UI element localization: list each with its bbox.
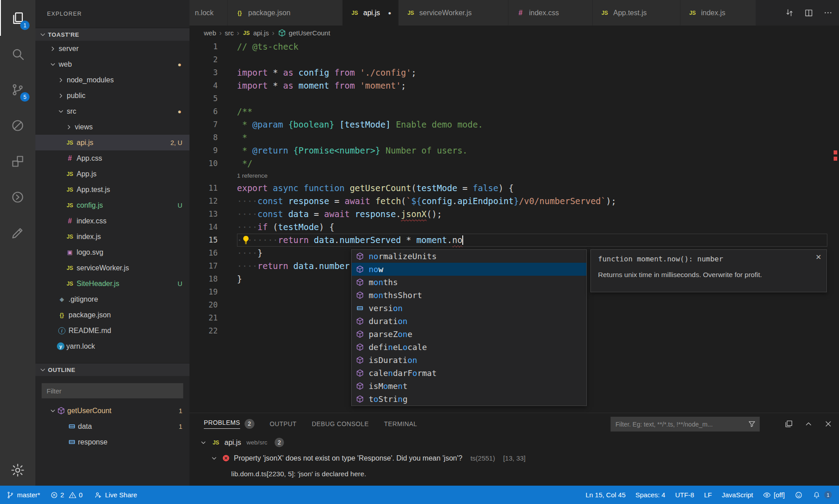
- open-in-editor-icon[interactable]: [784, 419, 793, 428]
- status-live-share[interactable]: Live Share: [94, 491, 137, 499]
- problem-related-info[interactable]: lib.dom.d.ts[2230, 5]: 'json' is declare…: [189, 466, 839, 482]
- problem-row[interactable]: Property 'jsonX' does not exist on type …: [189, 450, 839, 466]
- activity-live-share-button[interactable]: [0, 179, 35, 215]
- suggestion-now[interactable]: now: [352, 263, 586, 276]
- panel-tab-output[interactable]: OUTPUT: [270, 420, 297, 427]
- breadcrumb-item-src[interactable]: src: [225, 29, 234, 37]
- tree-file-logo-svg[interactable]: ▣logo.svg: [35, 244, 189, 260]
- activity-search-button[interactable]: [0, 36, 35, 72]
- tab-index-js[interactable]: JSindex.js: [680, 0, 756, 26]
- code-line[interactable]: 4import * as moment from 'moment';: [189, 79, 839, 92]
- suggestion-normalizeunits[interactable]: normalizeUnits: [352, 250, 586, 263]
- outline-filter-input[interactable]: [42, 383, 183, 398]
- suggestion-tostring[interactable]: toString: [352, 393, 586, 406]
- suggestion-version[interactable]: version: [352, 302, 586, 315]
- open-changes-icon[interactable]: [785, 8, 794, 17]
- suggestion-ismoment[interactable]: isMoment: [352, 380, 586, 393]
- tree-folder-views[interactable]: views: [35, 119, 189, 135]
- tree-file-config-js[interactable]: JSconfig.jsU: [35, 197, 189, 213]
- code-line[interactable]: 8 *: [189, 131, 839, 144]
- status-problems[interactable]: 20: [50, 491, 85, 499]
- outline-item-data[interactable]: data1: [35, 419, 189, 434]
- tree-folder-public[interactable]: public: [35, 88, 189, 103]
- suggestion-months[interactable]: months: [352, 276, 586, 289]
- tree-folder-server[interactable]: server: [35, 41, 189, 56]
- suggestion-calendarformat[interactable]: calendarFormat: [352, 367, 586, 380]
- tree-file-yarn-lock[interactable]: yyarn.lock: [35, 338, 189, 354]
- tree-file-readme-md[interactable]: iREADME.md: [35, 323, 189, 338]
- activity-disabled-extensions-button[interactable]: [0, 107, 35, 143]
- code-line[interactable]: 6/**: [189, 105, 839, 118]
- panel-tab-debug-console[interactable]: DEBUG CONSOLE: [312, 420, 369, 427]
- activity-extensions-button[interactable]: [0, 143, 35, 179]
- suggestion-definelocale[interactable]: defineLocale: [352, 341, 586, 354]
- close-icon[interactable]: ✕: [816, 253, 822, 261]
- tree-file-siteheader-js[interactable]: JSSiteHeader.jsU: [35, 276, 189, 291]
- suggestion-duration[interactable]: duration: [352, 315, 586, 328]
- tree-file-gitignore[interactable]: ◆.gitignore: [35, 291, 189, 307]
- tree-folder-node-modules[interactable]: node_modules: [35, 72, 189, 88]
- lightbulb-icon[interactable]: [241, 235, 251, 245]
- section-header-root[interactable]: TOAST'RE: [35, 28, 189, 41]
- outline-item-response[interactable]: response: [35, 434, 189, 450]
- tree-file-index-js[interactable]: JSindex.js: [35, 229, 189, 244]
- status-feedback[interactable]: [795, 491, 803, 499]
- tree-folder-web[interactable]: web●: [35, 56, 189, 72]
- code-line[interactable]: 3import * as config from './config';: [189, 66, 839, 79]
- tab-index-css[interactable]: #index.css: [508, 0, 593, 26]
- maximize-panel-icon[interactable]: [804, 419, 813, 428]
- breadcrumb-item-web[interactable]: web: [204, 29, 216, 37]
- tree-file-app-js[interactable]: JSApp.js: [35, 166, 189, 182]
- tree-file-package-json[interactable]: {}package.json: [35, 307, 189, 323]
- panel-tab-problems[interactable]: PROBLEMS2: [204, 419, 254, 429]
- activity-source-control-button[interactable]: 5: [0, 72, 35, 107]
- codelens-reference[interactable]: 1 reference: [189, 170, 839, 182]
- section-header-outline[interactable]: OUTLINE: [35, 363, 189, 376]
- tree-file-index-css[interactable]: #index.css: [35, 213, 189, 229]
- code-line[interactable]: 2: [189, 53, 839, 66]
- outline-item-getusercount[interactable]: getUserCount1: [35, 403, 189, 419]
- breadcrumb-item-api-js[interactable]: JSapi.js: [242, 29, 269, 38]
- code-line[interactable]: 12····const response = await fetch(`${co…: [189, 195, 839, 208]
- suggestion-monthsshort[interactable]: monthsShort: [352, 289, 586, 302]
- code-line[interactable]: 1// @ts-check: [189, 40, 839, 53]
- tree-folder-src[interactable]: src●: [35, 103, 189, 119]
- tab-api-js[interactable]: JSapi.js●: [343, 0, 399, 26]
- split-editor-icon[interactable]: [804, 8, 813, 17]
- code-line[interactable]: 14····if (testMode) {: [189, 221, 839, 234]
- status-git-branch[interactable]: master*: [6, 491, 40, 499]
- suggestion-isduration[interactable]: isDuration: [352, 354, 586, 367]
- status-encoding[interactable]: UTF-8: [675, 491, 694, 499]
- problems-file-row[interactable]: JS api.js web/src 2: [189, 435, 839, 450]
- code-line[interactable]: 9 * @return {Promise<number>} Number of …: [189, 144, 839, 157]
- tree-file-app-test-js[interactable]: JSApp.test.js: [35, 182, 189, 197]
- suggestion-parsezone[interactable]: parseZone: [352, 328, 586, 341]
- code-line[interactable]: 5: [189, 92, 839, 105]
- tree-file-api-js[interactable]: JSapi.js2, U: [35, 135, 189, 150]
- status-notifications[interactable]: 1: [813, 491, 832, 499]
- problem-row[interactable]: Property 'no' does not exist on type 'ty…: [189, 482, 839, 486]
- settings-button[interactable]: [0, 454, 35, 486]
- problems-filter-input[interactable]: [611, 417, 760, 431]
- panel-tab-terminal[interactable]: TERMINAL: [384, 420, 417, 427]
- more-actions-icon[interactable]: [823, 8, 833, 17]
- activity-explorer-button[interactable]: 1: [0, 0, 35, 36]
- tab-serviceworker-js[interactable]: JSserviceWorker.js: [399, 0, 508, 26]
- status-indentation[interactable]: Spaces: 4: [635, 491, 665, 499]
- tab-app-test-js[interactable]: JSApp.test.js: [593, 0, 680, 26]
- tree-file-app-css[interactable]: #App.css: [35, 150, 189, 166]
- close-panel-icon[interactable]: [824, 419, 833, 428]
- tab-n-lock[interactable]: n.lock: [189, 0, 228, 26]
- code-line[interactable]: 7 * @param {boolean} [testMode] Enable d…: [189, 118, 839, 131]
- tree-file-serviceworker-js[interactable]: JSserviceWorker.js: [35, 260, 189, 276]
- status-screencast-mode[interactable]: [off]: [763, 491, 785, 499]
- status-end-of-line[interactable]: LF: [704, 491, 712, 499]
- breadcrumb-item-getusercount[interactable]: getUserCount: [278, 29, 331, 37]
- activity-edit-tools-button[interactable]: [0, 215, 35, 251]
- code-line[interactable]: 11export async function getUserCount(tes…: [189, 182, 839, 195]
- code-line[interactable]: 15········return data.numberServed * mom…: [189, 234, 839, 247]
- code-line[interactable]: 13····const data = await response.jsonX(…: [189, 208, 839, 221]
- tab-package-json[interactable]: {}package.json: [228, 0, 343, 26]
- code-line[interactable]: 10 */: [189, 157, 839, 170]
- status-language-mode[interactable]: JavaScript: [722, 491, 753, 499]
